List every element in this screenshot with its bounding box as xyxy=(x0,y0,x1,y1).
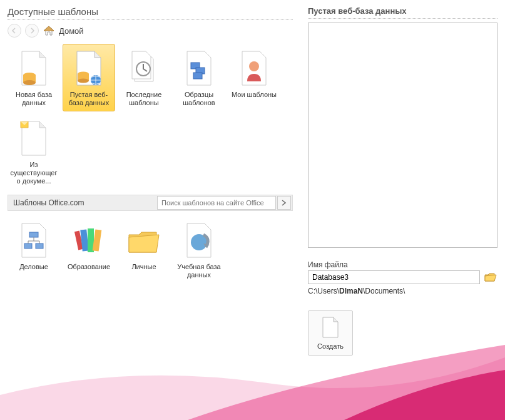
details-panel: Пустая веб-база данных Имя файла C:\User… xyxy=(300,0,505,420)
svg-point-2 xyxy=(23,80,36,85)
browse-button[interactable] xyxy=(484,271,497,284)
category-personal[interactable]: Личные xyxy=(118,216,170,284)
create-button-label: Создать xyxy=(317,342,344,350)
template-label: Пустая веб-база данных xyxy=(64,91,113,107)
blank-page-icon xyxy=(321,316,340,339)
create-button[interactable]: Создать xyxy=(308,310,353,356)
svg-point-11 xyxy=(249,61,259,71)
file-path: C:\Users\DImaN\Documents\ xyxy=(308,287,497,295)
template-my-templates[interactable]: Мои шаблоны xyxy=(228,44,280,111)
blank-web-database-icon xyxy=(69,48,109,88)
svg-rect-14 xyxy=(36,243,43,248)
home-icon xyxy=(43,25,55,36)
folder-open-icon xyxy=(484,272,497,282)
svg-point-5 xyxy=(78,79,89,83)
category-label: Учебная база данных xyxy=(175,263,223,279)
tutorial-db-icon xyxy=(179,220,219,260)
filename-label: Имя файла xyxy=(308,260,497,269)
breadcrumb: Домой xyxy=(8,24,293,38)
templates-panel: Доступные шаблоны Домой Новая база данны… xyxy=(0,0,300,420)
template-label: Новая база данных xyxy=(9,91,58,107)
nav-forward-button[interactable] xyxy=(25,24,39,38)
from-existing-icon xyxy=(14,118,54,158)
category-label: Деловые xyxy=(19,263,48,271)
office-templates-bar: Шаблоны Office.com xyxy=(8,195,293,211)
business-icon xyxy=(14,220,54,260)
details-title: Пустая веб-база данных xyxy=(308,6,497,16)
template-label: Из существующего докуме... xyxy=(9,161,58,185)
arrow-right-icon xyxy=(29,28,35,34)
svg-rect-12 xyxy=(29,232,38,237)
templates-title: Доступные шаблоны xyxy=(8,6,293,17)
svg-rect-13 xyxy=(24,243,32,248)
template-samples[interactable]: Образцы шаблонов xyxy=(173,44,225,111)
nav-back-button[interactable] xyxy=(8,24,21,38)
filename-input[interactable] xyxy=(308,270,480,284)
categories-grid: Деловые Образование Личные Учебная база … xyxy=(8,216,293,284)
education-icon xyxy=(69,220,109,260)
template-new-database[interactable]: Новая база данных xyxy=(8,44,60,111)
office-search-go-button[interactable] xyxy=(277,196,291,210)
template-label: Последние шаблоны xyxy=(120,91,168,107)
arrow-right-icon xyxy=(281,200,287,206)
category-business[interactable]: Деловые xyxy=(8,216,60,284)
template-blank-web-database[interactable]: Пустая веб-база данных xyxy=(63,44,115,111)
arrow-left-icon xyxy=(11,28,18,34)
personal-icon xyxy=(124,220,164,260)
template-recent[interactable]: Последние шаблоны xyxy=(118,44,170,111)
office-templates-label: Шаблоны Office.com xyxy=(8,198,157,207)
category-tutorial-db[interactable]: Учебная база данных xyxy=(173,216,225,284)
category-label: Личные xyxy=(131,263,156,271)
svg-rect-10 xyxy=(193,73,202,79)
office-search-input[interactable] xyxy=(157,196,276,210)
category-education[interactable]: Образование xyxy=(63,216,115,284)
separator xyxy=(308,18,497,19)
separator xyxy=(8,19,293,20)
template-label: Образцы шаблонов xyxy=(175,91,223,107)
template-label: Мои шаблоны xyxy=(232,91,277,99)
template-from-existing[interactable]: Из существующего докуме... xyxy=(8,114,60,190)
recent-templates-icon xyxy=(124,48,164,88)
templates-grid: Новая база данных Пустая веб-база данных… xyxy=(8,44,293,190)
breadcrumb-home[interactable]: Домой xyxy=(59,26,84,36)
category-label: Образование xyxy=(68,263,110,271)
filename-row xyxy=(308,270,497,284)
preview-box xyxy=(308,23,497,248)
new-database-icon xyxy=(14,48,54,88)
my-templates-icon xyxy=(234,48,274,88)
sample-templates-icon xyxy=(179,48,219,88)
